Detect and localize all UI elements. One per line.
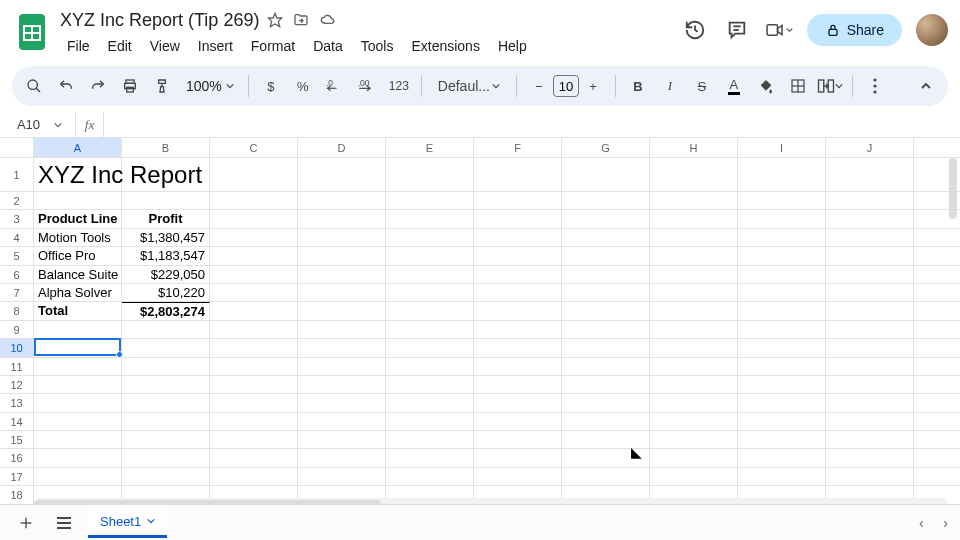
print-icon[interactable] [116,72,144,100]
comments-icon[interactable] [723,16,751,44]
explore-button[interactable]: ‹ [909,511,933,535]
search-icon[interactable] [20,72,48,100]
name-box-value: A10 [17,117,40,132]
account-avatar[interactable] [916,14,948,46]
zoom-value: 100% [186,78,222,94]
cell-B7[interactable]: $10,220 [122,284,210,301]
row-header-11[interactable]: 11 [0,358,34,375]
meet-button[interactable] [765,16,793,44]
menu-help[interactable]: Help [491,34,534,58]
formula-input[interactable] [104,112,960,137]
col-header-H[interactable]: H [650,138,738,157]
svg-point-23 [873,78,876,81]
menu-tools[interactable]: Tools [354,34,401,58]
cell-A7[interactable]: Alpha Solver [34,284,122,301]
row-header-13[interactable]: 13 [0,394,34,411]
row-header-5[interactable]: 5 [0,247,34,264]
fill-color-button[interactable] [752,72,780,100]
col-header-D[interactable]: D [298,138,386,157]
row-header-9[interactable]: 9 [0,321,34,338]
row-header-10[interactable]: 10 [0,339,34,356]
history-icon[interactable] [681,16,709,44]
row-header-2[interactable]: 2 [0,192,34,209]
cell-B5[interactable]: $1,183,547 [122,247,210,264]
share-button[interactable]: Share [807,14,902,46]
row-header-3[interactable]: 3 [0,210,34,227]
menu-file[interactable]: File [60,34,97,58]
menu-view[interactable]: View [143,34,187,58]
format-currency-button[interactable]: $ [257,72,285,100]
col-header-A[interactable]: A [34,138,122,157]
star-icon[interactable] [267,12,283,28]
col-header-F[interactable]: F [474,138,562,157]
cell-A5[interactable]: Office Pro [34,247,122,264]
row-header-4[interactable]: 4 [0,229,34,246]
row-header-12[interactable]: 12 [0,376,34,393]
cell-A3[interactable]: Product Line [34,210,122,227]
row-header-17[interactable]: 17 [0,468,34,485]
row-header-6[interactable]: 6 [0,266,34,283]
bold-button[interactable]: B [624,72,652,100]
zoom-select[interactable]: 100% [180,78,240,94]
menu-data[interactable]: Data [306,34,350,58]
row-header-16[interactable]: 16 [0,449,34,466]
undo-icon[interactable] [52,72,80,100]
font-family-select[interactable]: Defaul... [430,78,508,94]
sheets-app-icon[interactable] [12,12,52,52]
menu-format[interactable]: Format [244,34,302,58]
decrease-decimal-icon[interactable]: .0 [321,72,349,100]
add-sheet-button[interactable] [12,509,40,537]
cloud-status-icon[interactable] [319,12,337,28]
cell-A4[interactable]: Motion Tools [34,229,122,246]
cell-A8[interactable]: Total [34,302,122,319]
increase-fontsize-button[interactable]: + [579,72,607,100]
tab-nav-right[interactable]: › [943,515,948,531]
decrease-fontsize-button[interactable]: − [525,72,553,100]
menu-insert[interactable]: Insert [191,34,240,58]
increase-decimal-icon[interactable]: .00 [353,72,381,100]
merge-cells-button[interactable] [816,72,844,100]
col-header-I[interactable]: I [738,138,826,157]
cell-A6[interactable]: Balance Suite [34,266,122,283]
cell-B4[interactable]: $1,380,457 [122,229,210,246]
document-title[interactable]: XYZ Inc Report (Tip 269) [60,10,259,31]
format-number-button[interactable]: 123 [385,72,413,100]
menu-extensions[interactable]: Extensions [404,34,486,58]
row-header-7[interactable]: 7 [0,284,34,301]
row-header-14[interactable]: 14 [0,413,34,430]
format-percent-button[interactable]: % [289,72,317,100]
more-toolbar-button[interactable] [861,72,889,100]
vertical-scrollbar[interactable] [947,158,959,498]
row-header-18[interactable]: 18 [0,486,34,503]
col-header-G[interactable]: G [562,138,650,157]
italic-button[interactable]: I [656,72,684,100]
col-header-C[interactable]: C [210,138,298,157]
cell-B3[interactable]: Profit [122,210,210,227]
row-header-8[interactable]: 8 [0,302,34,319]
paint-format-icon[interactable] [148,72,176,100]
vscroll-thumb[interactable] [949,158,957,219]
cell-B6[interactable]: $229,050 [122,266,210,283]
sheet-tab-1[interactable]: Sheet1 [88,508,167,538]
cell-A1[interactable]: XYZ Inc Report [34,158,122,191]
row-header-1[interactable]: 1 [0,158,34,191]
fontsize-input[interactable] [553,75,579,97]
row-header-15[interactable]: 15 [0,431,34,448]
move-icon[interactable] [293,12,309,28]
svg-point-25 [873,90,876,93]
collapse-toolbar-icon[interactable] [912,72,940,100]
text-color-button[interactable]: A [720,72,748,100]
col-header-J[interactable]: J [826,138,914,157]
col-header-E[interactable]: E [386,138,474,157]
redo-icon[interactable] [84,72,112,100]
all-sheets-button[interactable] [50,509,78,537]
select-all-corner[interactable] [0,138,34,157]
name-box[interactable]: A10 [0,112,76,137]
col-header-B[interactable]: B [122,138,210,157]
cell-B8[interactable]: $2,803,274 [122,302,210,319]
menu-edit[interactable]: Edit [101,34,139,58]
spreadsheet-grid[interactable]: A B C D E F G H I J 1XYZ Inc Report 2 3P… [0,138,960,512]
strikethrough-button[interactable]: S [688,72,716,100]
toolbar: 100% $ % .0 .00 123 Defaul... − + B I S … [12,66,948,106]
borders-button[interactable] [784,72,812,100]
